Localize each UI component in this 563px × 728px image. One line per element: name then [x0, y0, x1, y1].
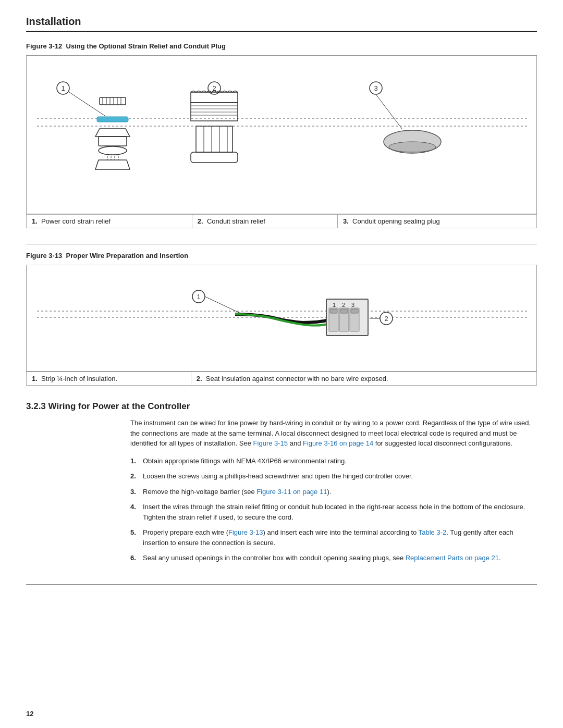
svg-point-15 — [99, 146, 127, 155]
svg-rect-14 — [99, 137, 127, 146]
figure-13-svg: 1 1 2 3 2 — [37, 276, 527, 359]
bottom-separator — [26, 584, 537, 585]
caption-12-1: 1. Power cord strain relief — [27, 215, 192, 228]
svg-point-39 — [389, 142, 436, 152]
figure-12-label: Figure 3-12 Using the Optional Strain Re… — [26, 42, 537, 50]
svg-text:1: 1 — [333, 302, 336, 308]
svg-rect-53 — [340, 309, 348, 313]
svg-line-44 — [205, 297, 240, 313]
figure-12-captions: 1. Power cord strain relief 2. Conduit s… — [26, 214, 537, 228]
figure-13-section: Figure 3-13 Proper Wire Preparation and … — [26, 252, 537, 386]
link-replacement-parts[interactable]: Replacement Parts on page 21 — [406, 554, 499, 562]
link-figure-3-16[interactable]: Figure 3-16 on page 14 — [303, 439, 373, 447]
svg-text:3: 3 — [374, 84, 377, 92]
svg-line-37 — [376, 94, 402, 129]
caption-13-2: 2. Seat insulation against connector wit… — [191, 372, 536, 386]
caption-13-1: 1. Strip ¼-inch of insulation. — [27, 372, 191, 386]
section-323-heading: 3.2.3 Wiring for Power at the Controller — [26, 401, 537, 412]
svg-text:1: 1 — [197, 293, 200, 301]
step-1: 1. Obtain appropriate fittings with NEMA… — [130, 456, 537, 466]
svg-marker-13 — [95, 129, 130, 137]
svg-rect-52 — [330, 309, 337, 313]
svg-rect-5 — [100, 97, 126, 105]
svg-rect-34 — [191, 152, 238, 163]
link-figure-3-11[interactable]: Figure 3-11 on page 11 — [256, 488, 327, 496]
step-6: 6. Seal any unused openings in the contr… — [130, 553, 537, 563]
figure-13-captions: 1. Strip ¼-inch of insulation. 2. Seat i… — [26, 372, 537, 386]
page-title: Installation — [26, 16, 537, 32]
page-number: 12 — [26, 710, 33, 718]
figure-13-diagram: 1 1 2 3 2 — [26, 265, 537, 372]
caption-12-3: 3. Conduit opening sealing plug — [337, 215, 536, 228]
figure-12-diagram: 1 — [26, 55, 537, 214]
svg-rect-12 — [97, 117, 128, 122]
svg-rect-54 — [351, 309, 358, 313]
link-figure-3-13[interactable]: Figure 3-13 — [228, 528, 263, 536]
figure-13-label: Figure 3-13 Proper Wire Preparation and … — [26, 252, 537, 260]
section-323-body: The instrument can be wired for line pow… — [130, 418, 537, 449]
figure-12-section: Figure 3-12 Using the Optional Strain Re… — [26, 42, 537, 228]
svg-text:2: 2 — [342, 302, 345, 308]
svg-text:2: 2 — [384, 315, 388, 323]
step-4: 4. Insert the wires through the strain r… — [130, 502, 537, 522]
section-323-steps: 1. Obtain appropriate fittings with NEMA… — [130, 456, 537, 563]
link-table-3-2[interactable]: Table 3-2 — [419, 528, 446, 536]
caption-12-2: 2. Conduit strain relief — [192, 215, 337, 228]
svg-text:3: 3 — [351, 302, 354, 308]
separator — [26, 244, 537, 244]
step-2: 2. Loosen the screws using a phillips-he… — [130, 471, 537, 482]
svg-text:1: 1 — [61, 84, 65, 92]
step-3: 3. Remove the high-voltage barrier (see … — [130, 487, 537, 497]
step-5: 5. Properly prepare each wire (Figure 3-… — [130, 527, 537, 548]
figure-12-svg: 1 — [37, 66, 527, 202]
svg-marker-20 — [95, 160, 130, 169]
link-figure-3-15[interactable]: Figure 3-15 — [253, 439, 288, 447]
